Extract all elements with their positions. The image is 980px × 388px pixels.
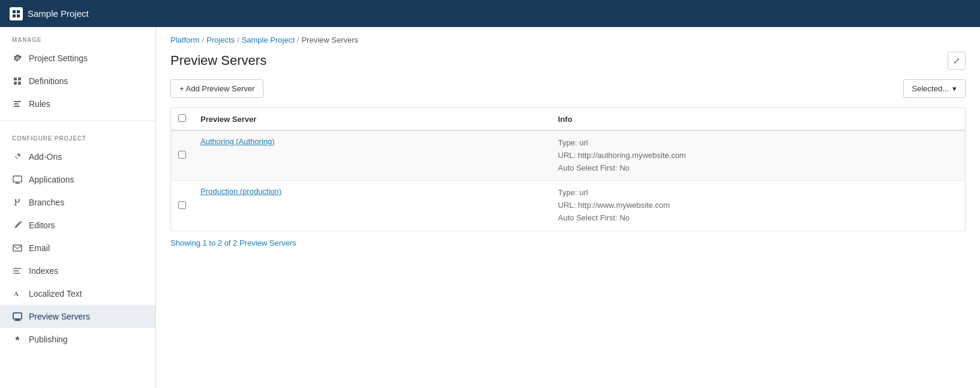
svg-rect-13 (15, 183, 20, 184)
page-title: Preview Servers (170, 53, 266, 68)
dropdown-arrow-icon: ▾ (952, 84, 957, 93)
breadcrumb-sample-project[interactable]: Sample Project (242, 35, 295, 44)
showing-prefix: Showing (170, 238, 202, 247)
sidebar-item-preview-servers[interactable]: Preview Servers (0, 305, 155, 328)
showing-text: Showing 1 to 2 of 2 Preview Servers (156, 231, 980, 255)
svg-rect-6 (14, 82, 17, 85)
configure-section-label: CONFIGURE PROJECT (0, 126, 155, 145)
row-checkbox-cell (171, 181, 194, 231)
rules-icon (12, 99, 23, 109)
row-info-cell: Type: urlURL: http://authoring.mywebsite… (551, 130, 966, 181)
svg-point-16 (19, 199, 20, 201)
page-header: Preview Servers ⤢ (156, 44, 980, 79)
info-type: Type: url (558, 137, 958, 150)
row-checkbox-cell (171, 130, 194, 181)
svg-rect-9 (14, 103, 19, 105)
sidebar-label-preview-servers: Preview Servers (29, 312, 90, 321)
sidebar-item-branches[interactable]: Branches (0, 191, 155, 214)
svg-rect-20 (15, 320, 20, 320)
server-name-link[interactable]: Production (production) (200, 187, 281, 196)
svg-rect-5 (18, 77, 21, 80)
sidebar-item-localized-text[interactable]: A Localized Text (0, 282, 155, 305)
sidebar-item-add-ons[interactable]: Add-Ons (0, 145, 155, 168)
showing-of: of (222, 238, 233, 247)
server-name-link[interactable]: Authoring (Authoring) (200, 137, 275, 146)
breadcrumb-sep-1: / (202, 35, 204, 44)
localized-icon: A (12, 288, 23, 299)
showing-start: 1 (202, 238, 206, 247)
row-server-name: Production (production) (193, 181, 551, 231)
sidebar-label-localized-text: Localized Text (29, 289, 82, 299)
email-icon (12, 243, 23, 253)
sidebar-item-publishing[interactable]: Publishing (0, 328, 155, 351)
header-info-col: Info (551, 108, 966, 131)
svg-rect-7 (18, 82, 21, 85)
row-info-cell: Type: urlURL: http://www.mywebsite.comAu… (551, 181, 966, 231)
sidebar-divider (0, 120, 155, 121)
project-name: Sample Project (28, 8, 89, 19)
svg-rect-3 (17, 14, 20, 17)
sidebar-label-project-settings: Project Settings (29, 53, 88, 63)
breadcrumb-sep-2: / (237, 35, 239, 44)
svg-text:A: A (14, 290, 19, 297)
expand-icon: ⤢ (953, 56, 960, 65)
svg-rect-11 (13, 176, 22, 182)
table-container: Preview Server Info Authoring (Authoring… (156, 108, 980, 231)
preview-servers-table: Preview Server Info Authoring (Authoring… (170, 108, 966, 231)
sidebar-label-add-ons: Add-Ons (29, 152, 62, 162)
sidebar-item-indexes[interactable]: Indexes (0, 259, 155, 282)
add-preview-server-button[interactable]: + Add Preview Server (170, 79, 263, 98)
showing-end: 2 (218, 238, 222, 247)
applications-icon (12, 174, 23, 185)
header-server-col: Preview Server (193, 108, 551, 131)
svg-rect-19 (13, 313, 22, 319)
showing-to: to (207, 238, 218, 247)
editors-icon (12, 220, 23, 231)
table-row: Production (production)Type: urlURL: htt… (171, 181, 966, 231)
sidebar-label-definitions: Definitions (29, 76, 68, 86)
sidebar-item-project-settings[interactable]: Project Settings (0, 47, 155, 70)
sidebar-item-editors[interactable]: Editors (0, 214, 155, 237)
definitions-icon (12, 76, 23, 86)
svg-rect-8 (14, 101, 21, 102)
sidebar-item-definitions[interactable]: Definitions (0, 70, 155, 92)
sidebar-item-applications[interactable]: Applications (0, 168, 155, 191)
addons-icon (12, 151, 23, 162)
expand-button[interactable]: ⤢ (948, 52, 966, 70)
svg-point-15 (15, 204, 17, 206)
sidebar-item-rules[interactable]: Rules (0, 92, 155, 115)
row-checkbox[interactable] (178, 151, 186, 159)
info-auto-select: Auto Select First: No (558, 162, 958, 175)
row-server-name: Authoring (Authoring) (193, 130, 551, 181)
preview-icon (12, 311, 23, 322)
sidebar-label-branches: Branches (29, 198, 64, 207)
info-auto-select: Auto Select First: No (558, 212, 958, 225)
breadcrumb-projects[interactable]: Projects (206, 35, 235, 44)
branches-icon (12, 197, 23, 208)
sidebar-item-email[interactable]: Email (0, 237, 155, 259)
indexes-icon (12, 265, 23, 276)
breadcrumb: Platform / Projects / Sample Project / P… (156, 27, 980, 44)
breadcrumb-platform[interactable]: Platform (170, 35, 199, 44)
showing-suffix: Preview Servers (237, 238, 296, 247)
row-checkbox[interactable] (178, 201, 186, 209)
svg-rect-17 (13, 245, 22, 251)
selected-label: Selected... (912, 84, 949, 93)
sidebar-label-indexes: Indexes (29, 266, 58, 276)
publishing-icon (12, 334, 23, 345)
svg-rect-0 (13, 10, 16, 13)
table-header-row: Preview Server Info (171, 108, 966, 131)
svg-rect-2 (13, 14, 16, 17)
info-url: URL: http://www.mywebsite.com (558, 199, 958, 212)
content-area: Platform / Projects / Sample Project / P… (156, 27, 980, 388)
svg-rect-10 (14, 106, 20, 107)
selected-dropdown-button[interactable]: Selected... ▾ (903, 79, 966, 98)
sidebar-label-applications: Applications (29, 175, 74, 184)
select-all-checkbox[interactable] (178, 114, 186, 122)
table-row: Authoring (Authoring)Type: urlURL: http:… (171, 130, 966, 181)
table-body: Authoring (Authoring)Type: urlURL: http:… (171, 130, 966, 231)
info-type: Type: url (558, 187, 958, 199)
sidebar: MANAGE Project Settings Definitions (0, 27, 156, 388)
sidebar-label-editors: Editors (29, 220, 55, 230)
svg-point-14 (15, 199, 17, 201)
